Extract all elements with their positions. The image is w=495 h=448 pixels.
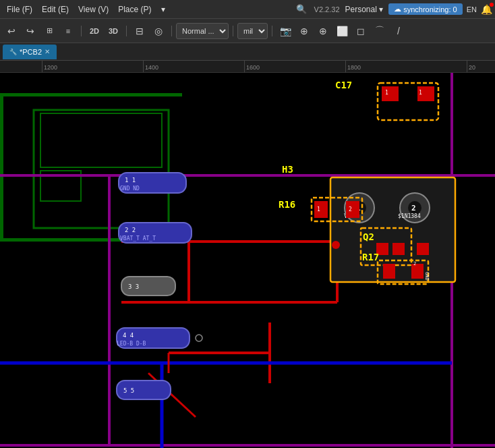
tab-icon: 🔧 [9,49,17,55]
ruler-mark-1400: 1400 [143,61,158,72]
svg-rect-47 [417,243,429,255]
svg-rect-9 [108,174,111,444]
svg-text:2: 2 [349,206,352,213]
photo-button[interactable]: 📷 [276,22,294,40]
svg-rect-2 [0,93,3,242]
svg-rect-4 [34,110,169,228]
svg-text:4   4: 4 4 [123,332,134,339]
svg-rect-7 [0,174,495,177]
svg-text:2   2: 2 2 [125,227,136,233]
3d-button[interactable]: 3D [105,22,122,40]
svg-rect-25 [382,86,399,101]
menu-edit[interactable]: Edit (E) [38,3,73,16]
menu-view[interactable]: View (V) [74,3,113,16]
view-mode-select[interactable]: Normal ... [176,23,229,39]
ruler-mark-1800: 1800 [345,61,361,72]
grid-button[interactable]: ⊞ [40,22,58,40]
svg-point-66 [196,335,202,341]
svg-text:1   1: 1 1 [125,177,136,184]
language-selector[interactable]: EN [464,4,479,15]
separator-5 [272,26,272,36]
tabbar: 🔧 *PCB2 ✕ [0,43,495,61]
separator-3 [171,26,172,36]
svg-text:Q2: Q2 [363,231,374,242]
pcb-tab[interactable]: 🔧 *PCB2 ✕ [3,45,57,59]
svg-text:2: 2 [411,204,416,213]
svg-rect-8 [0,444,495,447]
line-button[interactable]: / [390,22,407,40]
pcb-canvas-area[interactable]: 1 1 1 2 VBAT $1N1384 1 2 [0,73,495,448]
svg-text:1: 1 [317,206,320,213]
svg-text:GND: GND [424,272,430,281]
mirror-button[interactable]: ◎ [150,22,167,40]
separator-1 [81,26,82,36]
svg-text:$1N1384: $1N1384 [398,213,421,219]
svg-text:1: 1 [419,90,422,96]
ratsnest-button[interactable]: ≡ [59,22,77,40]
notification-icon[interactable]: 🔔 [481,4,492,15]
target-button[interactable]: ⊕ [295,22,313,40]
menu-more[interactable]: ▾ [157,3,169,16]
2d-button[interactable]: 2D [86,22,103,40]
svg-text:5   5: 5 5 [123,387,134,394]
undo-button[interactable]: ↩ [3,22,20,40]
svg-text:LED-B D-B: LED-B D-B [117,341,146,347]
arc-button[interactable]: ⌒ [371,22,388,40]
svg-rect-49 [383,264,395,279]
svg-text:2: 2 [413,261,416,267]
svg-text:VBAT_T AT_T: VBAT_T AT_T [120,235,156,242]
svg-text:GND ND: GND ND [120,186,140,192]
search-icon[interactable]: 🔍 [293,1,310,18]
ruler-mark-1200: 1200 [42,61,57,72]
sync-button[interactable]: ☁ synchronizing: 0 [388,3,463,15]
zone-button[interactable]: ◻ [352,22,370,40]
svg-text:R16: R16 [279,199,295,210]
ruler-mark-1600: 1600 [244,61,260,72]
personal-menu[interactable]: Personal ▾ [341,3,388,16]
separator-4 [233,26,233,36]
svg-text:3   3: 3 3 [128,283,139,290]
ruler-mark-20: 20 [467,61,475,72]
toolbar: ↩ ↪ ⊞ ≡ 2D 3D ⊟ ◎ Normal ... mil 📷 ⊕ ⊕ ⬜… [0,19,495,43]
svg-rect-1 [0,93,182,96]
flip-button[interactable]: ⊟ [131,22,148,40]
pcb-svg-overlay: 1 1 1 2 VBAT $1N1384 1 2 [0,73,495,448]
svg-point-38 [332,241,340,249]
version-label: V2.2.32 [314,5,340,13]
svg-rect-5 [40,113,162,167]
svg-text:C17: C17 [335,80,352,90]
tab-label: *PCB2 [20,48,42,56]
svg-rect-40 [314,201,328,218]
svg-rect-41 [346,201,359,218]
svg-rect-46 [392,243,405,255]
route-button[interactable]: ⊕ [314,22,332,40]
svg-text:H3: H3 [282,164,293,175]
units-select[interactable]: mil [237,23,268,39]
menu-file[interactable]: File (F) [3,3,36,16]
tab-close-button[interactable]: ✕ [45,48,50,55]
svg-text:R17: R17 [362,252,379,262]
menubar: File (F) Edit (E) View (V) Place (P) ▾ 🔍… [0,0,495,19]
horizontal-ruler: 1200 1400 1600 1800 20 [0,61,495,73]
svg-text:1: 1 [385,90,388,96]
separator-2 [126,26,127,36]
menu-place[interactable]: Place (P) [114,3,155,16]
drc-button[interactable]: ⬜ [333,22,351,40]
redo-button[interactable]: ↪ [22,22,39,40]
